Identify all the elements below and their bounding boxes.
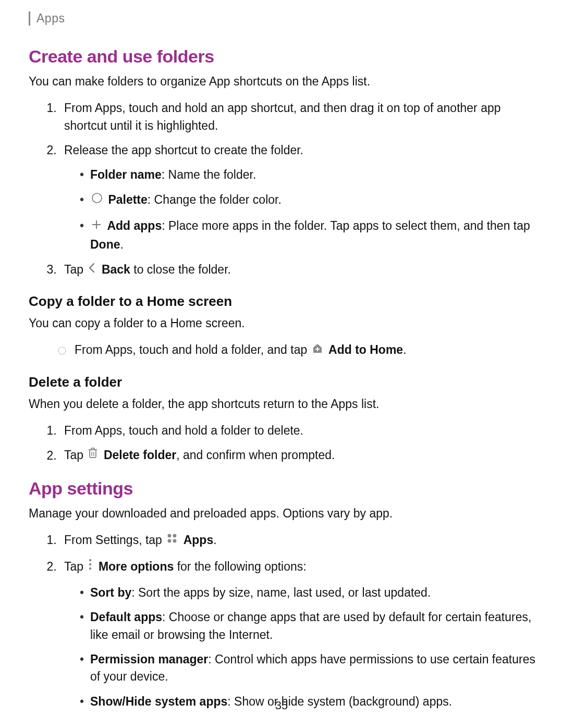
label-palette: Palette [108, 193, 147, 206]
document-page: Apps Create and use folders You can make… [0, 0, 563, 728]
svg-point-3 [58, 347, 66, 354]
breadcrumb: Apps [29, 11, 65, 26]
text: . [213, 533, 216, 547]
text: , and confirm when prompted. [176, 449, 335, 462]
palette-icon [91, 191, 103, 208]
sub-bullets: Folder name: Name the folder. Palette: C… [64, 166, 538, 253]
list-item: From Apps, touch and hold a folder to de… [60, 422, 538, 439]
label-default-apps: Default apps [90, 610, 162, 624]
list-item: From Apps, touch and hold an app shortcu… [60, 100, 538, 134]
breadcrumb-container: Apps [29, 0, 538, 26]
svg-point-18 [89, 563, 91, 565]
text: : Sort the apps by size, name, last used… [131, 586, 431, 599]
more-options-icon [88, 558, 93, 575]
label-add-to-home: Add to Home [328, 343, 403, 357]
list-item: Add apps: Place more apps in the folder.… [80, 217, 538, 254]
label-done: Done [90, 238, 120, 251]
ordered-steps-app-settings: From Settings, tap Apps. Tap More option… [29, 532, 538, 710]
text: From Apps, touch and hold a folder, and … [75, 343, 311, 357]
text: : Place more apps in the folder. Tap app… [162, 219, 530, 232]
label-add-apps: Add apps [107, 219, 162, 232]
text: : Change the folder color. [148, 193, 282, 206]
ring-bullet-icon [57, 343, 67, 361]
label-more-options: More options [99, 560, 174, 573]
list-item: From Settings, tap Apps. [60, 532, 538, 550]
heading-delete-folder: Delete a folder [29, 374, 538, 390]
step-text: From Apps, touch and hold an app shortcu… [64, 101, 501, 132]
list-item: Tap Back to close the folder. [60, 261, 538, 280]
text: From Settings, tap [64, 533, 165, 547]
text: for the following options: [174, 560, 306, 573]
ring-bullet-list: From Apps, touch and hold a folder, and … [29, 341, 538, 360]
text: . [120, 238, 124, 251]
page-number: 35 [0, 699, 563, 712]
label-apps: Apps [183, 533, 214, 547]
trash-icon [88, 447, 98, 464]
paragraph: Manage your downloaded and preloaded app… [29, 505, 538, 522]
svg-point-16 [173, 539, 177, 543]
svg-rect-6 [90, 450, 96, 458]
back-icon [88, 261, 96, 278]
step-text: Release the app shortcut to create the f… [64, 143, 303, 157]
list-item: Default apps: Choose or change apps that… [80, 609, 538, 644]
list-item: Sort by: Sort the apps by size, name, la… [80, 584, 538, 601]
label-permission-manager: Permission manager [90, 652, 208, 666]
paragraph: You can copy a folder to a Home screen. [29, 315, 538, 332]
paragraph: When you delete a folder, the app shortc… [29, 396, 538, 413]
label-back: Back [102, 263, 130, 276]
ordered-steps: From Apps, touch and hold an app shortcu… [29, 100, 538, 280]
text: to close the folder. [130, 263, 231, 276]
svg-point-0 [92, 193, 102, 203]
svg-point-13 [168, 534, 172, 538]
svg-point-14 [173, 534, 177, 538]
text: Tap [64, 560, 87, 573]
label-delete-folder: Delete folder [104, 449, 176, 462]
svg-point-17 [89, 559, 91, 561]
list-item: From Apps, touch and hold a folder, and … [60, 341, 538, 360]
svg-point-19 [89, 567, 91, 569]
svg-point-15 [168, 539, 172, 543]
heading-copy-folder: Copy a folder to a Home screen [29, 293, 538, 310]
list-item: Permission manager: Control which apps h… [80, 651, 538, 686]
plus-icon [91, 217, 102, 235]
label-sort-by: Sort by [90, 586, 131, 599]
label-folder-name: Folder name [90, 168, 162, 181]
list-item: Tap Delete folder, and confirm when prom… [60, 447, 538, 465]
paragraph: You can make folders to organize App sho… [29, 73, 538, 90]
heading-app-settings: App settings [29, 478, 538, 499]
step-text: From Apps, touch and hold a folder to de… [64, 424, 303, 437]
text: . [403, 343, 406, 357]
list-item: Palette: Change the folder color. [80, 191, 538, 210]
list-item: Tap More options for the following optio… [60, 558, 538, 710]
list-item: Folder name: Name the folder. [80, 166, 538, 183]
sub-bullets-app-settings: Sort by: Sort the apps by size, name, la… [64, 584, 538, 710]
text: : Name the folder. [162, 168, 256, 181]
apps-grid-icon [166, 532, 178, 549]
add-to-home-icon [312, 341, 323, 359]
heading-create-folders: Create and use folders [29, 46, 538, 67]
list-item: Release the app shortcut to create the f… [60, 142, 538, 254]
ordered-steps-delete: From Apps, touch and hold a folder to de… [29, 422, 538, 466]
text: Tap [64, 449, 87, 462]
text: Tap [64, 263, 87, 276]
